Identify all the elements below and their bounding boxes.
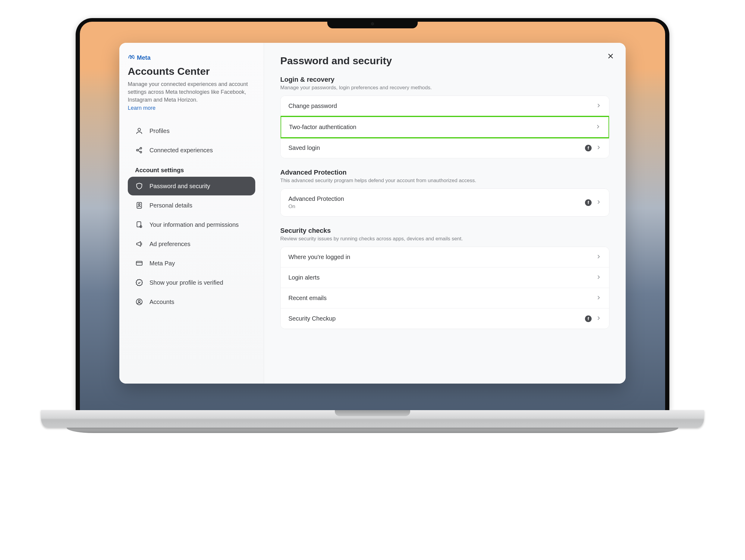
- document-lock-icon: [135, 221, 143, 228]
- svg-rect-8: [136, 261, 142, 266]
- meta-brand: Meta: [128, 54, 255, 62]
- row-security-checkup[interactable]: Security Checkup f: [281, 309, 609, 329]
- login-recovery-list: Change password Two-factor authenticatio…: [280, 96, 609, 158]
- sidebar-item-label: Password and security: [150, 183, 210, 190]
- sidebar-item-profiles[interactable]: Profiles: [128, 122, 255, 140]
- sidebar-item-ad-preferences[interactable]: Ad preferences: [128, 235, 255, 253]
- sidebar-section-heading: Account settings: [128, 160, 255, 176]
- sidebar-item-connected-experiences[interactable]: Connected experiences: [128, 141, 255, 159]
- laptop-base: [41, 410, 704, 428]
- row-label: Advanced Protection: [288, 195, 344, 203]
- svg-point-0: [138, 128, 141, 131]
- meta-logo-icon: [128, 54, 134, 62]
- sidebar-item-label: Meta Pay: [150, 260, 175, 267]
- sidebar: Meta Accounts Center Manage your connect…: [119, 43, 264, 383]
- laptop-device-frame: Meta Accounts Center Manage your connect…: [41, 18, 704, 433]
- chevron-right-icon: [596, 145, 601, 151]
- section-heading-login-recovery: Login & recovery Manage your passwords, …: [280, 76, 609, 91]
- sidebar-description: Manage your connected experiences and ac…: [128, 80, 255, 104]
- row-label: Two-factor authentication: [289, 124, 356, 131]
- row-label: Login alerts: [288, 274, 320, 281]
- sidebar-item-label: Your information and permissions: [150, 221, 239, 228]
- sidebar-item-personal-details[interactable]: Personal details: [128, 196, 255, 215]
- security-checks-list: Where you're logged in Login alerts Rece…: [280, 247, 609, 329]
- sidebar-item-accounts[interactable]: Accounts: [128, 292, 255, 311]
- sidebar-item-password-security[interactable]: Password and security: [128, 177, 255, 195]
- share-nodes-icon: [135, 146, 143, 154]
- sidebar-item-label: Show your profile is verified: [150, 279, 223, 286]
- row-advanced-protection[interactable]: Advanced Protection On f: [281, 189, 609, 216]
- row-saved-login[interactable]: Saved login f: [281, 138, 609, 158]
- section-subtitle: Manage your passwords, login preferences…: [280, 85, 609, 91]
- row-label: Recent emails: [288, 294, 327, 302]
- desktop-wallpaper: Meta Accounts Center Manage your connect…: [80, 22, 665, 410]
- section-subtitle: Review security issues by running checks…: [280, 236, 609, 242]
- row-sub: On: [288, 204, 344, 210]
- laptop-notch: [327, 18, 418, 28]
- svg-point-5: [138, 204, 140, 205]
- row-login-alerts[interactable]: Login alerts: [281, 268, 609, 288]
- sidebar-item-label: Ad preferences: [150, 241, 191, 248]
- sidebar-title: Accounts Center: [128, 65, 255, 77]
- user-circle-icon: [135, 298, 143, 306]
- chevron-right-icon: [596, 199, 601, 206]
- row-two-factor-authentication[interactable]: Two-factor authentication: [280, 116, 609, 138]
- sidebar-nav: Profiles Connected experiences Account s…: [128, 122, 255, 311]
- facebook-icon: f: [585, 199, 592, 206]
- chevron-right-icon: [596, 295, 601, 302]
- sidebar-item-verified[interactable]: Show your profile is verified: [128, 273, 255, 292]
- main-panel: Password and security Login & recovery M…: [264, 43, 626, 383]
- row-label: Where you're logged in: [288, 254, 350, 260]
- row-change-password[interactable]: Change password: [281, 96, 609, 116]
- chevron-right-icon: [596, 274, 601, 281]
- chevron-right-icon: [596, 315, 601, 322]
- section-heading-advanced-protection: Advanced Protection This advanced securi…: [280, 168, 609, 184]
- section-title: Login & recovery: [280, 76, 609, 84]
- row-label: Change password: [288, 102, 337, 110]
- facebook-icon: f: [585, 145, 592, 151]
- accounts-center-dialog: Meta Accounts Center Manage your connect…: [119, 43, 626, 383]
- chevron-right-icon: [596, 254, 601, 260]
- close-button[interactable]: [605, 51, 617, 63]
- row-where-logged-in[interactable]: Where you're logged in: [281, 247, 609, 268]
- laptop-foot: [67, 428, 678, 433]
- section-heading-security-checks: Security checks Review security issues b…: [280, 227, 609, 242]
- sidebar-item-label: Accounts: [150, 299, 174, 306]
- shield-icon: [135, 182, 143, 190]
- advanced-protection-list: Advanced Protection On f: [280, 188, 609, 217]
- sidebar-item-label: Profiles: [150, 128, 170, 134]
- credit-card-icon: [135, 259, 143, 267]
- sidebar-item-label: Connected experiences: [150, 147, 213, 154]
- sidebar-item-label: Personal details: [150, 202, 192, 209]
- row-label: Security Checkup: [288, 315, 336, 322]
- megaphone-icon: [135, 240, 143, 248]
- section-subtitle: This advanced security program helps def…: [280, 178, 609, 184]
- close-icon: [607, 53, 614, 61]
- chevron-right-icon: [596, 103, 601, 110]
- sidebar-item-info-permissions[interactable]: Your information and permissions: [128, 215, 255, 234]
- sidebar-item-meta-pay[interactable]: Meta Pay: [128, 254, 255, 273]
- id-card-icon: [135, 201, 143, 209]
- laptop-screen-bezel: Meta Accounts Center Manage your connect…: [76, 18, 669, 410]
- learn-more-link[interactable]: Learn more: [128, 105, 156, 111]
- row-recent-emails[interactable]: Recent emails: [281, 288, 609, 309]
- verified-badge-icon: [135, 279, 143, 286]
- svg-point-10: [138, 300, 140, 303]
- section-title: Advanced Protection: [280, 168, 609, 177]
- person-icon: [135, 127, 143, 135]
- meta-brand-text: Meta: [137, 54, 151, 61]
- row-label: Saved login: [288, 145, 320, 151]
- chevron-right-icon: [595, 124, 601, 131]
- facebook-icon: f: [585, 315, 592, 322]
- page-title: Password and security: [280, 55, 609, 67]
- section-title: Security checks: [280, 227, 609, 235]
